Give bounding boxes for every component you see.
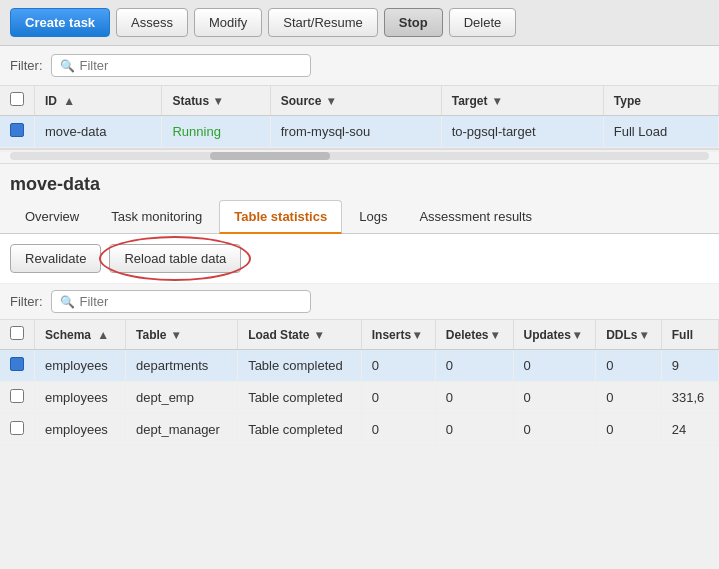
top-filter-bar: Filter: 🔍 [0, 46, 719, 86]
reload-table-data-button[interactable]: Reload table data [109, 244, 241, 273]
stats-col-updates[interactable]: Updates▾ [513, 320, 596, 350]
reload-table-data-wrap: Reload table data [109, 244, 241, 273]
stats-header-row: Schema ▲ Table ▾ Load State ▾ Inserts▾ D… [0, 320, 719, 350]
stats-ddls: 0 [596, 414, 662, 446]
top-table-header-row: ID ▲ Status ▾ Source ▾ Target ▾ Type [0, 86, 719, 116]
row-checkbox-cell[interactable] [0, 116, 35, 148]
delete-button[interactable]: Delete [449, 8, 517, 37]
stats-inserts: 0 [361, 382, 435, 414]
top-table: ID ▲ Status ▾ Source ▾ Target ▾ Type mov… [0, 86, 719, 150]
lower-filter-bar: Filter: 🔍 [0, 284, 719, 320]
create-task-button[interactable]: Create task [10, 8, 110, 37]
stats-row-checkbox[interactable] [10, 389, 24, 403]
top-search-icon: 🔍 [60, 59, 75, 73]
modify-button[interactable]: Modify [194, 8, 262, 37]
stats-ddls: 0 [596, 382, 662, 414]
stats-load-state: Table completed [238, 350, 362, 382]
stats-row-checkbox-cell[interactable] [0, 350, 35, 382]
table-row[interactable]: move-data Running from-mysql-sou to-pgsq… [0, 116, 719, 148]
stats-inserts: 0 [361, 414, 435, 446]
top-select-all-checkbox[interactable] [10, 92, 24, 106]
stats-schema: employees [35, 382, 126, 414]
tab-task-monitoring[interactable]: Task monitoring [96, 200, 217, 234]
tab-logs[interactable]: Logs [344, 200, 402, 234]
top-filter-input-wrap[interactable]: 🔍 [51, 54, 311, 77]
stats-full: 331,6 [661, 382, 718, 414]
stats-load-state: Table completed [238, 382, 362, 414]
stats-deletes: 0 [435, 382, 513, 414]
stats-schema: employees [35, 350, 126, 382]
assess-button[interactable]: Assess [116, 8, 188, 37]
action-bar: Revalidate Reload table data [0, 234, 719, 284]
lower-filter-input-wrap[interactable]: 🔍 [51, 290, 311, 313]
tab-assessment-results[interactable]: Assessment results [404, 200, 547, 234]
stats-table-container: Schema ▲ Table ▾ Load State ▾ Inserts▾ D… [0, 320, 719, 446]
stats-row-checkbox-cell[interactable] [0, 382, 35, 414]
stop-button[interactable]: Stop [384, 8, 443, 37]
stats-inserts: 0 [361, 350, 435, 382]
scroll-track [10, 152, 709, 160]
row-checked-indicator [10, 123, 24, 137]
row-status: Running [162, 116, 270, 148]
revalidate-button[interactable]: Revalidate [10, 244, 101, 273]
stats-col-ddls[interactable]: DDLs▾ [596, 320, 662, 350]
top-filter-label: Filter: [10, 58, 43, 73]
stats-col-load-state[interactable]: Load State ▾ [238, 320, 362, 350]
stats-table: dept_manager [126, 414, 238, 446]
tab-overview[interactable]: Overview [10, 200, 94, 234]
row-checked-indicator [10, 357, 24, 371]
stats-col-table[interactable]: Table ▾ [126, 320, 238, 350]
lower-filter-label: Filter: [10, 294, 43, 309]
top-filter-input[interactable] [80, 58, 302, 73]
stats-col-full: Full [661, 320, 718, 350]
row-type: Full Load [603, 116, 718, 148]
top-col-checkbox[interactable] [0, 86, 35, 116]
lower-filter-input[interactable] [80, 294, 302, 309]
table-row[interactable]: employeesdept_managerTable completed0000… [0, 414, 719, 446]
top-col-id[interactable]: ID ▲ [35, 86, 162, 116]
stats-updates: 0 [513, 382, 596, 414]
tab-table-statistics[interactable]: Table statistics [219, 200, 342, 234]
top-col-type: Type [603, 86, 718, 116]
top-col-source[interactable]: Source ▾ [270, 86, 441, 116]
stats-updates: 0 [513, 350, 596, 382]
stats-col-checkbox[interactable] [0, 320, 35, 350]
row-target: to-pgsql-target [441, 116, 603, 148]
table-row[interactable]: employeesdept_empTable completed0000331,… [0, 382, 719, 414]
table-row[interactable]: employeesdepartmentsTable completed00009 [0, 350, 719, 382]
lower-search-icon: 🔍 [60, 295, 75, 309]
top-col-status[interactable]: Status ▾ [162, 86, 270, 116]
row-source: from-mysql-sou [270, 116, 441, 148]
stats-full: 24 [661, 414, 718, 446]
row-id: move-data [35, 116, 162, 148]
stats-row-checkbox-cell[interactable] [0, 414, 35, 446]
stats-col-inserts[interactable]: Inserts▾ [361, 320, 435, 350]
stats-table: departments [126, 350, 238, 382]
stats-updates: 0 [513, 414, 596, 446]
section-title: move-data [0, 164, 719, 200]
scroll-hint[interactable] [0, 152, 719, 164]
stats-ddls: 0 [596, 350, 662, 382]
top-col-target[interactable]: Target ▾ [441, 86, 603, 116]
stats-deletes: 0 [435, 350, 513, 382]
stats-deletes: 0 [435, 414, 513, 446]
stats-col-schema[interactable]: Schema ▲ [35, 320, 126, 350]
stats-row-checkbox[interactable] [10, 421, 24, 435]
stats-table: dept_emp [126, 382, 238, 414]
stats-select-all-checkbox[interactable] [10, 326, 24, 340]
stats-col-deletes[interactable]: Deletes▾ [435, 320, 513, 350]
stats-full: 9 [661, 350, 718, 382]
toolbar: Create task Assess Modify Start/Resume S… [0, 0, 719, 46]
tabs-bar: Overview Task monitoring Table statistic… [0, 200, 719, 234]
stats-load-state: Table completed [238, 414, 362, 446]
start-resume-button[interactable]: Start/Resume [268, 8, 377, 37]
scroll-thumb[interactable] [210, 152, 330, 160]
stats-schema: employees [35, 414, 126, 446]
